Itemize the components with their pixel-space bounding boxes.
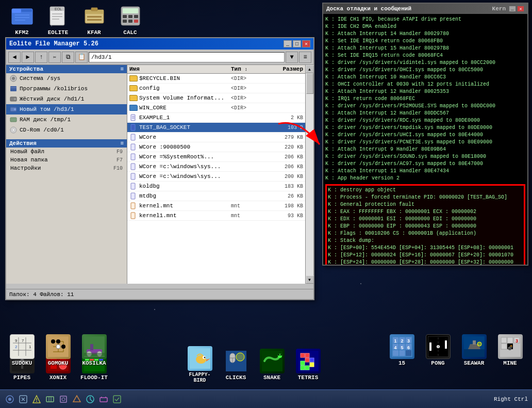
file-item-example1[interactable]: EXAMPLE_1 2 KB <box>127 113 305 123</box>
gomoku-icon-img <box>46 334 71 359</box>
fm-scrollbar[interactable]: ▲ ▼ <box>305 65 313 284</box>
tray-icon-4[interactable] <box>44 394 56 405</box>
flappybird-icon-img <box>188 346 212 371</box>
snake-app-icon[interactable]: SNAKE <box>255 347 289 382</box>
scroll-thumb[interactable] <box>306 73 313 94</box>
debug-close-button[interactable]: ✕ <box>517 6 524 12</box>
scroll-up-button[interactable]: ▲ <box>306 65 314 73</box>
file-item-recycle[interactable]: $RECYCLE.BIN <DIR> <box>127 74 305 84</box>
fm-path-go-button[interactable]: ▼ <box>286 52 298 63</box>
mine-app-icon[interactable]: 💣 3 MINE <box>493 333 527 368</box>
file-item-koldbg[interactable]: koldbg 183 KB <box>127 182 305 191</box>
device-kolibrios[interactable]: Программы /kolibrios <box>6 84 127 94</box>
svg-rect-40 <box>131 115 135 121</box>
device-cd0[interactable]: CD-Rom /cd0/1 <box>6 125 127 135</box>
tray-icon-5[interactable] <box>58 394 69 405</box>
fm-maximize-button[interactable]: □ <box>293 40 301 47</box>
svg-text:1: 1 <box>394 338 396 344</box>
file-item-wcore1[interactable]: WCore 279 KB <box>127 133 305 142</box>
fm-paste-button[interactable]: 📋 <box>75 52 88 63</box>
tetris-label: TETRIS <box>298 374 319 381</box>
device-hd3[interactable]: Новый том /hd3/1 <box>6 104 127 115</box>
device-tmp[interactable]: RAM диск /tmp/1 <box>6 115 127 125</box>
fm-minimize-button[interactable]: _ <box>284 40 292 47</box>
svg-rect-18 <box>123 8 138 13</box>
tray-icon-1[interactable] <box>4 394 15 405</box>
debug-minimize-button[interactable]: _ <box>509 6 516 12</box>
svg-point-84 <box>278 354 279 356</box>
tray-icon-8[interactable] <box>98 394 109 405</box>
debug-titlebar: Доска отладки и сообщений Kern _ ✕ <box>323 4 527 14</box>
folder-icon <box>129 94 138 102</box>
file-icon <box>129 182 138 190</box>
svg-rect-94 <box>310 363 314 367</box>
xonix-label: XONIX <box>49 374 66 381</box>
sudoku-app-icon[interactable]: 9 7 2 1 SUDOKU <box>5 333 39 368</box>
file-item-mtdbg[interactable]: mtdbg 26 KB <box>127 191 305 201</box>
eolite-app-icon[interactable]: EOL EOLITE <box>41 2 75 37</box>
fm-title-controls: _ □ ✕ <box>284 40 310 47</box>
fm-path-text: /hd3/1 <box>91 54 112 60</box>
pong-app-icon[interactable]: PONG <box>421 333 455 368</box>
file-item-wcore3[interactable]: WCore =%SystemRoot%... 206 KB <box>127 152 305 162</box>
device-sys[interactable]: Система /sys <box>6 73 127 84</box>
eolite-icon-img: EOL <box>46 4 71 28</box>
fm-path-bar[interactable]: /hd3/1 <box>89 52 285 62</box>
svg-rect-14 <box>87 16 102 18</box>
fifteen-app-icon[interactable]: 1 2 3 4 5 6 15 <box>385 333 419 368</box>
svg-rect-52 <box>131 213 135 219</box>
svg-rect-89 <box>305 358 309 362</box>
file-item-wcore2[interactable]: WCore :90080500 220 KB <box>127 142 305 152</box>
mine-icon-img: 💣 3 <box>498 334 523 359</box>
tray-icon-2[interactable] <box>18 394 29 405</box>
fm-up-button[interactable]: ↑ <box>35 52 47 63</box>
debug-line: K : IRQ1 return code 80068FEC <box>325 95 525 103</box>
svg-rect-134 <box>393 350 398 356</box>
debug-controls: Kern _ ✕ <box>492 6 524 12</box>
kosilka-app-icon[interactable]: KOSILKA <box>77 333 111 368</box>
file-icon <box>129 202 138 210</box>
file-item-wcore5[interactable]: WCore =c:\windows\sys... 200 KB <box>127 172 305 182</box>
kfar-app-icon[interactable]: KFAR <box>77 2 111 37</box>
kfm2-app-icon[interactable]: KFM2 <box>5 2 39 37</box>
flappybird-app-icon[interactable]: FLAPPY-BIRD <box>183 345 217 385</box>
fm-back-button[interactable]: ◀ <box>8 52 21 63</box>
debug-line: K : driver /sys/drivers/AC97.sys mapped … <box>325 160 525 168</box>
file-item-config[interactable]: config <DIR> <box>127 84 305 93</box>
file-item-testbag[interactable]: TEST_BAG_SOCKET 103 В <box>127 123 305 133</box>
svg-text:1: 1 <box>29 345 31 349</box>
svg-rect-145 <box>473 340 476 345</box>
seawar-app-icon[interactable]: SEAWAR <box>457 333 491 368</box>
svg-rect-20 <box>128 15 132 18</box>
svg-rect-2 <box>12 9 21 13</box>
action-new-file[interactable]: Новый файл F9 <box>6 148 127 156</box>
scroll-down-button[interactable]: ▼ <box>306 275 314 284</box>
file-item-kernel1-mnt[interactable]: kernel1.mnt mnt 93 KB <box>127 211 305 221</box>
fm-copy-button[interactable]: ⧉ <box>62 52 74 63</box>
tray-icon-9[interactable] <box>111 394 123 405</box>
tetris-app-icon[interactable]: TETRIS <box>291 347 325 382</box>
fm-cut-button[interactable]: ✂ <box>48 52 61 63</box>
file-item-wincore[interactable]: WIN_CORE <DIR> <box>127 103 305 113</box>
action-new-folder[interactable]: Новая папка F7 <box>6 156 127 164</box>
clicks-app-icon[interactable]: CLICKS <box>219 347 253 382</box>
device-hd1[interactable]: Жёсткий диск /hd1/1 <box>6 94 127 104</box>
file-item-sysvolinfo[interactable]: System Volume Informat... <DIR> <box>127 93 305 103</box>
gomoku-app-icon[interactable]: GOMOKU <box>41 333 75 368</box>
tray-icon-7[interactable] <box>85 394 96 405</box>
fm-menu-button[interactable]: ≡ <box>299 52 311 63</box>
calc-app-icon[interactable]: CALC <box>113 2 147 37</box>
action-settings[interactable]: Настройки F10 <box>6 164 127 172</box>
action-new-folder-key: F7 <box>117 157 123 163</box>
device-cd0-label: CD-Rom /cd0/1 <box>20 127 64 133</box>
file-item-kernel-mnt[interactable]: kernel.mnt mnt 198 KB <box>127 201 305 211</box>
debug-line: K : driver /sys/drivers/SOUND.sys mapped… <box>325 153 525 160</box>
file-item-wcore4[interactable]: WCore =c:\windows\sys... 206 KB <box>127 162 305 172</box>
scroll-track[interactable] <box>306 73 313 275</box>
tray-icon-3[interactable] <box>31 394 42 405</box>
device-cd0-icon <box>9 126 18 134</box>
svg-point-114 <box>61 345 65 349</box>
fm-close-button[interactable]: ✕ <box>302 40 310 47</box>
fm-forward-button[interactable]: ▶ <box>22 52 34 63</box>
tray-icon-6[interactable] <box>71 394 82 405</box>
